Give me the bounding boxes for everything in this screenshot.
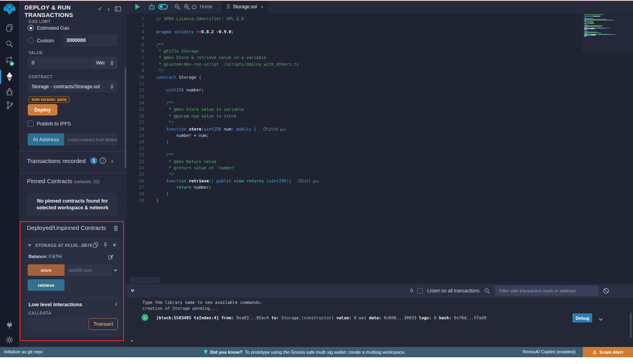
- terminal-toolbar: 0 Listen on all transactions: [127, 284, 633, 298]
- lightbulb-icon: [204, 349, 208, 355]
- deploy-button[interactable]: Deploy: [28, 104, 57, 116]
- deploy-run-icon[interactable]: [0, 71, 19, 83]
- custom-gas-radio[interactable]: [28, 38, 34, 44]
- contract-selected-value: Storage - contracts/Storage.sol: [32, 84, 100, 89]
- terminal-search-icon: [484, 288, 491, 294]
- warning-icon: ⚠: [593, 349, 597, 355]
- no-pinned-contracts-message: No pinned contracts found for selected w…: [27, 193, 118, 216]
- transactions-count-badge: 1: [90, 157, 97, 164]
- tab-storage-sol[interactable]: Storage.sol ×: [222, 0, 268, 13]
- status-bar: Initialize as git repo Did you know? To …: [0, 347, 633, 357]
- code-content: // SPDX-License-Identifier: GPL-3.0pragm…: [156, 15, 319, 203]
- home-icon: [191, 4, 197, 9]
- remix-ide-window: DEPLOY & RUN TRANSACTIONS ✓ › GAS LIMIT …: [0, 0, 633, 364]
- terminal-message: creation of Storage pending...: [142, 305, 218, 311]
- scam-alert-button[interactable]: ⚠ Scam Alert: [583, 347, 633, 357]
- terminal-scrollbar[interactable]: [630, 313, 632, 338]
- section-divider: [19, 173, 127, 173]
- code-editor[interactable]: 1234567891011121314151617181920212223242…: [127, 13, 633, 284]
- transaction-summary: [block:5583405 txIndex:4] from: 0xa03...…: [156, 315, 487, 320]
- panel-chevron-right-icon[interactable]: ›: [108, 6, 110, 12]
- did-you-know-tip: Did you know? To prototype using the Gno…: [204, 349, 406, 355]
- horizontal-scrollbar-thumb[interactable]: [130, 277, 160, 283]
- at-address-button[interactable]: At Address: [28, 133, 64, 146]
- debug-button[interactable]: Debug: [572, 313, 592, 322]
- toggle-on-icon: [158, 4, 168, 9]
- evm-version-badge: evm version: paris: [28, 96, 70, 103]
- run-script-button[interactable]: [135, 0, 140, 13]
- panel-check-icon: ✓: [98, 6, 102, 12]
- solidity-file-icon: [226, 4, 230, 9]
- value-input[interactable]: 0: [28, 57, 92, 69]
- close-tab-icon[interactable]: ×: [260, 4, 263, 10]
- git-init-status[interactable]: Initialize as git repo: [4, 349, 43, 354]
- zoom-in-button[interactable]: [183, 0, 191, 13]
- pinned-network-label: (network: 31): [74, 179, 99, 184]
- home-tab-label: Home: [200, 4, 212, 9]
- tab-separator: [219, 3, 219, 11]
- window-top-edge: [0, 0, 633, 1]
- at-address-placeholder: Load contract from Address: [68, 137, 118, 142]
- publish-ipfs-label: Publish to IPFS: [37, 121, 71, 127]
- terminal-message: Type the library name to see available c…: [142, 300, 262, 305]
- remix-logo-icon[interactable]: [0, 2, 19, 16]
- plugin-manager-icon[interactable]: [0, 320, 19, 330]
- publish-ipfs-checkbox[interactable]: [28, 121, 34, 127]
- pending-tx-count: 0: [410, 288, 413, 294]
- window-bottom-edge: [0, 357, 633, 364]
- clear-console-icon[interactable]: [603, 288, 609, 294]
- active-tab-label: Storage.sol: [233, 4, 257, 9]
- stepper-arrows-icon: [110, 61, 114, 65]
- debugger-icon[interactable]: [0, 86, 19, 97]
- custom-gas-input[interactable]: 3000000: [63, 34, 118, 46]
- panel-scrollbar[interactable]: [125, 67, 126, 168]
- value-label: VALUE: [28, 51, 43, 55]
- solidity-compiler-icon[interactable]: [0, 55, 19, 67]
- copilot-status[interactable]: RemixAI Copilot (enabled): [523, 349, 576, 354]
- minimap[interactable]: [584, 14, 622, 37]
- estimated-gas-label: Estimated Gas: [37, 25, 69, 31]
- editor-toolbar: Home Storage.sol ×: [127, 0, 633, 13]
- panel-title: DEPLOY & RUN TRANSACTIONS: [25, 4, 73, 19]
- contract-label: CONTRACT: [28, 75, 53, 79]
- select-arrows-icon: [110, 84, 114, 89]
- settings-gear-icon[interactable]: [0, 335, 19, 345]
- tab-home[interactable]: Home: [191, 0, 212, 13]
- toolbar-separator: [144, 3, 144, 11]
- section-divider: [19, 151, 127, 152]
- at-address-input[interactable]: Load contract from Address: [64, 133, 118, 146]
- transactions-recorded-label: Transactions recorded: [27, 157, 86, 164]
- transaction-log-row[interactable]: ✓ [block:5583405 txIndex:4] from: 0xa03.…: [142, 314, 601, 321]
- toolbar-separator: [171, 3, 171, 11]
- terminal-output[interactable]: Type the library name to see available c…: [127, 298, 633, 347]
- value-unit-select[interactable]: Wei: [92, 57, 118, 69]
- copilot-toggle[interactable]: [158, 0, 168, 13]
- listen-all-checkbox[interactable]: [417, 288, 423, 294]
- tx-expand-chevron-icon[interactable]: [599, 316, 602, 321]
- highlight-rectangle: [20, 221, 124, 341]
- search-icon[interactable]: [0, 39, 19, 49]
- play-icon: [135, 4, 140, 9]
- terminal-expand-icon[interactable]: [131, 290, 134, 292]
- gas-limit-label: GAS LIMIT: [28, 19, 51, 24]
- contract-select[interactable]: Storage - contracts/Storage.sol: [28, 80, 118, 93]
- value-unit-label: Wei: [96, 60, 104, 66]
- git-icon[interactable]: [0, 100, 19, 110]
- scam-alert-label: Scam Alert: [599, 350, 623, 355]
- pinned-contracts-title: Pinned Contracts (network: 31): [27, 178, 99, 184]
- info-icon[interactable]: [99, 157, 106, 164]
- estimated-gas-radio[interactable]: [28, 25, 34, 31]
- transactions-expand-chevron-icon[interactable]: ›: [111, 158, 113, 164]
- icon-sidebar: [0, 0, 19, 347]
- pin-panel-icon[interactable]: [115, 6, 121, 11]
- custom-gas-label: Custom: [37, 38, 54, 44]
- tip-title: Did you know?: [210, 350, 243, 355]
- terminal-prompt: >: [131, 338, 133, 343]
- filter-transactions-input[interactable]: [495, 286, 599, 296]
- zoom-out-button[interactable]: [174, 0, 181, 13]
- remixai-assistant-button[interactable]: [148, 0, 156, 13]
- file-explorer-icon[interactable]: [0, 23, 19, 32]
- deploy-run-panel: DEPLOY & RUN TRANSACTIONS ✓ › GAS LIMIT …: [19, 0, 127, 347]
- tip-text: To prototype using the Gnosis safe multi…: [245, 350, 406, 355]
- tx-success-check-icon: ✓: [142, 314, 148, 321]
